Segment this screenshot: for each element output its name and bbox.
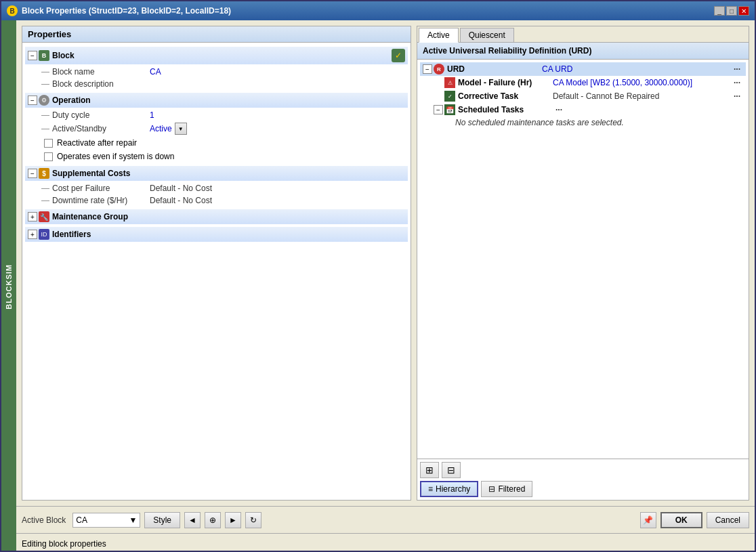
properties-header: Properties — [22, 26, 411, 43]
side-label: BLOCKSIM — [5, 264, 13, 310]
hierarchy-tab[interactable]: ≡ Hierarchy — [420, 481, 478, 497]
prev-button[interactable]: ◄ — [184, 512, 201, 528]
window-title: Block Properties (StructID=23, BlockID=2… — [22, 6, 231, 16]
active-block-label: Active Block — [22, 515, 66, 525]
operation-section-header[interactable]: − ⚙ Operation — [25, 93, 408, 108]
urd-ellipsis[interactable]: ··· — [731, 64, 743, 74]
urd-expand[interactable]: − — [423, 64, 432, 74]
identifiers-expand[interactable]: + — [28, 230, 37, 239]
active-standby-value: Active — [150, 124, 172, 133]
operates-label: Operates even if system is down — [57, 152, 174, 161]
operation-label: Operation — [52, 95, 91, 105]
block-section-header[interactable]: − B Block — [25, 47, 408, 64]
urd-bottom: ⊞ ⊟ ≡ Hierarchy ⊟ Filtered — [417, 459, 749, 500]
tab-bar: Active Quiescent — [417, 26, 749, 43]
restore-button[interactable]: □ — [726, 6, 737, 16]
scheduled-tasks-label: Scheduled Tasks — [458, 105, 553, 114]
cost-failure-row: — Cost per Failure Default - No Cost — [39, 182, 408, 194]
block-name-label: Block name — [52, 67, 95, 77]
maintenance-group-header[interactable]: + 🔧 Maintenance Group — [25, 209, 408, 224]
identifiers-icon: ID — [39, 229, 49, 240]
cost-failure-value[interactable]: Default - No Cost — [150, 184, 212, 193]
prop-dash-4: — — [41, 124, 49, 133]
supplemental-costs-header[interactable]: − $ Supplemental Costs — [25, 166, 408, 181]
supplemental-costs-expand[interactable]: − — [28, 169, 37, 178]
pin-button[interactable]: 📌 — [640, 512, 656, 528]
model-failure-value: CA Model [WB2 (1.5000, 30000.0000)] — [553, 78, 731, 87]
corrective-task-row[interactable]: − ✓ Corrective Task Default - Cannot Be … — [431, 89, 746, 103]
block-description-label: Block description — [52, 79, 114, 89]
minimize-button[interactable]: _ — [714, 6, 725, 16]
corrective-task-value: Default - Cannot Be Repaired — [553, 91, 731, 101]
urd-header: Active Universal Reliability Definition … — [417, 43, 749, 60]
remove-urd-button[interactable]: ⊟ — [442, 462, 461, 478]
properties-content: − B Block — — [22, 43, 411, 500]
downtime-rate-value[interactable]: Default - No Cost — [150, 196, 212, 205]
downtime-rate-label: Downtime rate ($/Hr) — [52, 196, 127, 205]
operates-row[interactable]: Operates even if system is down — [41, 150, 408, 163]
tab-quiescent[interactable]: Quiescent — [460, 28, 514, 42]
maintenance-group-expand[interactable]: + — [28, 212, 37, 221]
operates-checkbox[interactable] — [44, 152, 53, 161]
model-failure-icon: ⚠ — [444, 77, 455, 88]
refresh-button[interactable]: ↻ — [245, 512, 261, 528]
reactivate-row[interactable]: Reactivate after repair — [41, 136, 408, 150]
active-standby-label: Active/Standby — [52, 124, 106, 133]
left-panel: Properties − B Block — [22, 26, 411, 501]
title-bar: B Block Properties (StructID=23, BlockID… — [1, 1, 755, 20]
filtered-tab[interactable]: ⊟ Filtered — [481, 481, 532, 497]
corrective-task-label: Corrective Task — [458, 91, 553, 101]
scheduled-tasks-icon: 📅 — [444, 104, 455, 115]
maintenance-group-label: Maintenance Group — [52, 212, 128, 221]
duty-cycle-label: Duty cycle — [52, 110, 89, 120]
hierarchy-icon: ≡ — [428, 484, 433, 494]
prop-dash-5: — — [41, 184, 49, 193]
reactivate-checkbox[interactable] — [44, 139, 53, 148]
active-block-dropdown[interactable]: CA ▼ — [72, 513, 140, 528]
identifiers-label: Identifiers — [52, 230, 91, 239]
center-button[interactable]: ⊕ — [205, 512, 221, 528]
urd-tab-bar: ≡ Hierarchy ⊟ Filtered — [420, 481, 746, 497]
supplemental-costs-icon: $ — [39, 168, 49, 179]
add-urd-button[interactable]: ⊞ — [420, 462, 439, 478]
corrective-task-icon: ✓ — [444, 91, 455, 102]
ok-button[interactable]: OK — [660, 512, 702, 528]
model-failure-label: Model - Failure (Hr) — [458, 78, 553, 87]
bottom-toolbar: Active Block CA ▼ Style ◄ ⊕ ► ↻ 📌 OK Can… — [16, 506, 755, 533]
active-block-arrow: ▼ — [129, 515, 137, 525]
block-label: Block — [52, 51, 75, 60]
block-corner-icon — [392, 49, 405, 62]
scheduled-tasks-row[interactable]: − 📅 Scheduled Tasks ··· — [431, 103, 746, 116]
status-bar: Editing block properties — [16, 533, 755, 552]
style-button[interactable]: Style — [144, 512, 180, 528]
tab-active[interactable]: Active — [419, 28, 459, 43]
urd-row[interactable]: − R URD CA URD ··· — [420, 62, 746, 76]
maintenance-group-icon: 🔧 — [39, 211, 49, 222]
operation-expand[interactable]: − — [28, 95, 37, 105]
active-standby-arrow[interactable]: ▼ — [175, 123, 187, 135]
active-standby-row: — Active/Standby Active ▼ — [39, 121, 408, 136]
cancel-button[interactable]: Cancel — [707, 512, 749, 528]
reactivate-label: Reactivate after repair — [57, 138, 137, 148]
operation-icon: ⚙ — [39, 95, 49, 106]
corrective-task-ellipsis[interactable]: ··· — [731, 91, 743, 101]
prop-dash-2: — — [41, 79, 49, 89]
no-tasks-text: No scheduled maintenance tasks are selec… — [453, 116, 746, 129]
prop-dash-3: — — [41, 110, 49, 120]
block-name-value[interactable]: CA — [150, 67, 405, 77]
duty-cycle-value[interactable]: 1 — [150, 110, 405, 120]
filter-icon: ⊟ — [488, 484, 495, 494]
identifiers-header[interactable]: + ID Identifiers — [25, 227, 408, 242]
scheduled-tasks-expand[interactable]: − — [434, 105, 443, 114]
duty-cycle-row: — Duty cycle 1 — [39, 109, 408, 121]
urd-content: − R URD CA URD ··· − ⚠ — [417, 60, 749, 459]
next-button[interactable]: ► — [225, 512, 241, 528]
model-failure-row[interactable]: − ⚠ Model - Failure (Hr) CA Model [WB2 (… — [431, 76, 746, 89]
model-failure-ellipsis[interactable]: ··· — [731, 78, 743, 87]
scheduled-tasks-ellipsis[interactable]: ··· — [553, 105, 565, 114]
active-standby-dropdown[interactable]: Active ▼ — [150, 123, 187, 135]
block-expand[interactable]: − — [28, 51, 37, 60]
block-name-row: — Block name CA — [39, 66, 408, 78]
prop-dash-6: — — [41, 196, 49, 205]
close-button[interactable]: ✕ — [738, 6, 749, 16]
